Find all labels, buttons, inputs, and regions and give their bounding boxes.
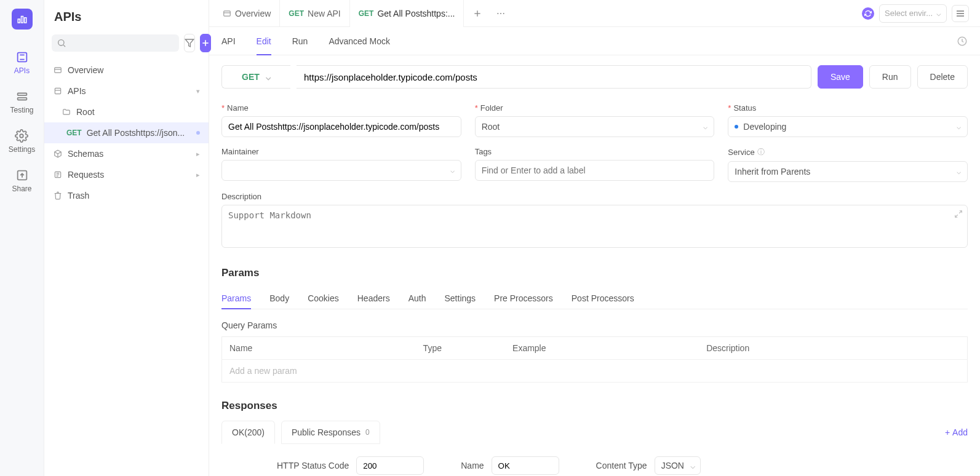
- url-input[interactable]: [297, 65, 811, 89]
- description-textarea[interactable]: [221, 205, 968, 248]
- add-param-placeholder: Add a new param: [222, 360, 968, 383]
- resp-tab-ok[interactable]: OK(200): [221, 421, 275, 444]
- folder-select[interactable]: Root ⌵: [475, 116, 715, 137]
- environment-select[interactable]: Select envir... ⌵: [879, 4, 947, 23]
- responses-tabs: OK(200) Public Responses 0 + Add: [221, 421, 968, 444]
- add-response-button[interactable]: + Add: [945, 427, 968, 437]
- maintainer-label: Maintainer: [221, 147, 259, 156]
- tree-label: Root: [76, 107, 200, 117]
- svg-point-8: [58, 40, 64, 46]
- status-value: Developing: [743, 122, 786, 132]
- sub-tab-mock[interactable]: Advanced Mock: [329, 27, 390, 55]
- tree-label: Schemas: [68, 149, 191, 159]
- sub-tab-label: Edit: [257, 36, 271, 46]
- sidebar-item-settings[interactable]: Settings: [9, 129, 35, 154]
- service-label: Service: [728, 148, 754, 157]
- tree-trash-node[interactable]: Trash: [44, 185, 209, 206]
- tab-current-request[interactable]: GET Get All Postshttps:...: [350, 0, 464, 27]
- tree-folder-root[interactable]: Root: [44, 101, 209, 122]
- menu-button[interactable]: [952, 5, 969, 22]
- status-code-input[interactable]: [356, 456, 424, 475]
- expand-button[interactable]: [954, 210, 963, 218]
- description-label: Description: [221, 192, 261, 201]
- tab-more-button[interactable]: [492, 5, 509, 22]
- sidebar-item-share[interactable]: Share: [12, 169, 31, 193]
- save-button[interactable]: Save: [818, 65, 863, 89]
- folder-value: Root: [482, 122, 500, 132]
- schema-icon: [54, 149, 62, 158]
- param-tab-auth[interactable]: Auth: [408, 288, 426, 309]
- field-response-name: Name: [461, 456, 559, 475]
- param-tab-params[interactable]: Params: [221, 288, 251, 309]
- sub-tabs: API Edit Run Advanced Mock: [209, 27, 980, 55]
- tree-list: Overview APIs ▾ Root GET Get All Postsht…: [44, 57, 209, 208]
- tab-overview[interactable]: Overview: [214, 0, 280, 27]
- sidebar-item-label: Settings: [9, 145, 35, 154]
- sidebar-item-label: Share: [12, 184, 31, 193]
- sidebar-item-testing[interactable]: Testing: [10, 90, 33, 114]
- svg-rect-13: [55, 68, 62, 73]
- delete-button[interactable]: Delete: [917, 65, 968, 89]
- sub-tab-edit[interactable]: Edit: [257, 27, 271, 55]
- sub-tab-run[interactable]: Run: [292, 27, 308, 55]
- resp-tab-label: Public Responses: [292, 427, 361, 437]
- expand-icon: [954, 210, 963, 218]
- tree-request-get-all-posts[interactable]: GET Get All Postshttps://json...: [44, 122, 209, 143]
- response-name-input[interactable]: [492, 456, 559, 475]
- chevron-down-icon: ⌵: [936, 9, 941, 18]
- param-tab-headers[interactable]: Headers: [357, 288, 390, 309]
- svg-rect-18: [224, 10, 231, 15]
- sidebar-item-label: Testing: [10, 106, 33, 114]
- run-button[interactable]: Run: [869, 65, 911, 89]
- param-tab-pre[interactable]: Pre Processors: [494, 288, 553, 309]
- sub-tab-api[interactable]: API: [221, 27, 236, 55]
- tree-requests-node[interactable]: Requests ▸: [44, 164, 209, 185]
- info-icon[interactable]: ⓘ: [757, 147, 765, 157]
- resp-tab-public[interactable]: Public Responses 0: [281, 421, 380, 444]
- svg-rect-0: [18, 19, 20, 23]
- service-select[interactable]: Inherit from Parents ⌵: [728, 161, 968, 182]
- main-area: Overview GET New API GET Get All Postsht…: [209, 0, 980, 476]
- status-select[interactable]: Developing ⌵: [728, 116, 968, 137]
- history-button[interactable]: [957, 36, 968, 47]
- param-tab-settings[interactable]: Settings: [444, 288, 476, 309]
- tab-new-api[interactable]: GET New API: [280, 0, 349, 27]
- params-table: Name Type Example Description Add a new …: [221, 336, 968, 383]
- overview-icon: [54, 66, 62, 74]
- sync-button[interactable]: [862, 7, 874, 20]
- resp-tab-count: 0: [365, 428, 370, 437]
- folder-icon: [62, 108, 71, 116]
- content-type-select[interactable]: JSON ⌵: [655, 456, 701, 475]
- method-select[interactable]: GET ⌵: [221, 65, 290, 89]
- param-tab-post[interactable]: Post Processors: [572, 288, 634, 309]
- status-label: Status: [728, 103, 756, 113]
- content-scroll[interactable]: GET ⌵ Save Run Delete Name Folder Root ⌵: [209, 55, 980, 476]
- new-tab-button[interactable]: [469, 5, 486, 22]
- sub-tab-label: Advanced Mock: [329, 36, 390, 46]
- chevron-icon: ▾: [196, 87, 200, 95]
- tags-input[interactable]: [475, 160, 715, 181]
- tree-overview[interactable]: Overview: [44, 60, 209, 81]
- sidebar-item-apis[interactable]: APIs: [14, 50, 30, 75]
- param-tab-cookies[interactable]: Cookies: [308, 288, 339, 309]
- svg-marker-10: [185, 39, 193, 47]
- tabs-actions: [464, 5, 514, 22]
- field-content-type: Content Type JSON ⌵: [596, 456, 701, 475]
- chevron-down-icon: ⌵: [690, 461, 695, 470]
- name-input[interactable]: [221, 116, 461, 137]
- search-box[interactable]: [52, 34, 179, 52]
- tab-label: New API: [308, 9, 341, 18]
- filter-button[interactable]: [184, 34, 195, 52]
- table-row[interactable]: Add a new param: [222, 360, 968, 383]
- folder-label: Folder: [475, 103, 503, 113]
- tree-schemas-node[interactable]: Schemas ▸: [44, 143, 209, 164]
- search-input[interactable]: [66, 38, 174, 48]
- overview-icon: [223, 9, 231, 18]
- col-name: Name: [222, 337, 416, 360]
- param-tab-body[interactable]: Body: [269, 288, 289, 309]
- maintainer-select[interactable]: ⌵: [221, 160, 461, 181]
- name-label: Name: [221, 103, 249, 113]
- param-tab-label: Cookies: [308, 293, 339, 303]
- tree-apis-node[interactable]: APIs ▾: [44, 81, 209, 101]
- search-icon: [57, 38, 66, 48]
